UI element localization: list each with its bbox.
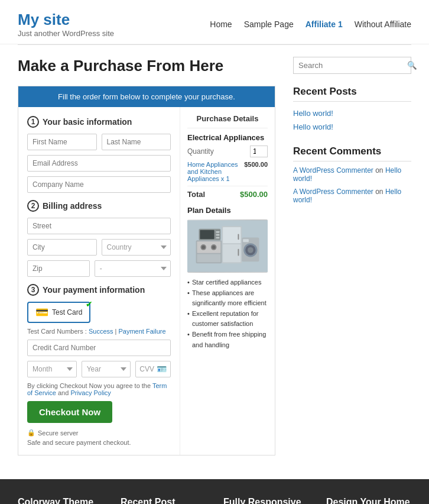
feature-4: Benefit from free shipping and handling — [187, 329, 268, 350]
month-select[interactable]: Month — [27, 361, 77, 377]
secure-server: 🔒 Secure server — [27, 429, 171, 437]
email-input[interactable] — [27, 155, 171, 172]
site-name: My site — [18, 11, 114, 29]
total-row: Total $500.00 — [187, 190, 268, 199]
year-select[interactable]: Year — [82, 361, 131, 377]
nav-without-affiliate[interactable]: Without Affiliate — [355, 20, 411, 29]
recent-post-2[interactable]: Hello world! — [293, 120, 411, 134]
section2-num: 2 — [27, 200, 39, 212]
divider2 — [187, 186, 268, 186]
credit-card-icon: 💳 — [35, 306, 48, 319]
comment-author-1[interactable]: A WordPress Commenter — [293, 166, 373, 175]
svg-rect-17 — [197, 254, 221, 263]
street-input[interactable] — [27, 218, 171, 234]
purchase-details: Purchase Details Electrical Appliances Q… — [180, 107, 275, 455]
payment-date-row: Month Year CVV 🪪 — [27, 361, 171, 377]
svg-rect-22 — [216, 234, 220, 236]
quantity-row: Quantity — [187, 146, 268, 157]
payment-badge[interactable]: 💳 Test Card ✔ — [27, 302, 90, 323]
check-icon: ✔ — [86, 299, 93, 309]
cvv-field[interactable]: CVV 🪪 — [135, 361, 171, 377]
nav-sample-page[interactable]: Sample Page — [244, 20, 294, 29]
checkout-container: Fill the order form below to complete yo… — [18, 86, 275, 455]
footer-col1-title: Colorway Theme — [18, 497, 103, 504]
appliances-image — [187, 219, 268, 273]
footer-main: Colorway Theme Footer is widgetized. To … — [0, 479, 429, 504]
cvv-icon: 🪪 — [157, 364, 167, 374]
section3-num: 3 — [27, 284, 39, 296]
checkout-body: 1 Your basic information — [18, 107, 275, 455]
quantity-input[interactable] — [250, 146, 268, 157]
site-tagline: Just another WordPress site — [18, 29, 114, 38]
product-name: Electrical Appliances — [187, 133, 268, 142]
section3-label: Your payment information — [43, 285, 145, 295]
checkout-button[interactable]: Checkout Now — [27, 401, 112, 423]
privacy-policy-link[interactable]: Privacy Policy — [70, 389, 110, 396]
recent-post-1[interactable]: Hello world! — [293, 106, 411, 120]
credit-card-row — [27, 340, 171, 356]
search-button[interactable]: 🔍 — [402, 57, 422, 73]
page-title: Make a Purchase From Here — [18, 57, 275, 75]
comment-author-2[interactable]: A WordPress Commenter — [293, 188, 373, 196]
name-row — [27, 134, 171, 150]
footer-col3-title: Fully Responsive — [223, 497, 308, 504]
total-label: Total — [187, 190, 205, 199]
nav-affiliate1[interactable]: Affiliate 1 — [306, 20, 343, 29]
purchase-title: Purchase Details — [187, 114, 268, 123]
main-nav: Home Sample Page Affiliate 1 Without Aff… — [210, 20, 411, 29]
svg-rect-21 — [216, 231, 220, 233]
product-line: Home Appliances and Kitchen Appliances x… — [187, 161, 268, 182]
section1-label: Your basic information — [43, 117, 132, 127]
section3-title: 3 Your payment information — [27, 284, 171, 296]
svg-rect-10 — [243, 239, 249, 242]
country-select[interactable]: Country — [102, 239, 171, 256]
feature-2: These appliances are significantly more … — [187, 288, 268, 309]
nav-home[interactable]: Home — [210, 20, 232, 29]
site-header: My site Just another WordPress site Home… — [0, 0, 429, 44]
total-price: $500.00 — [240, 190, 268, 199]
svg-point-9 — [248, 247, 254, 253]
footer-col-recent: Recent Post Worth A Thousand Words Categ… — [121, 497, 206, 504]
comment-1: A WordPress Commenter on Hello world! — [293, 166, 411, 183]
state-select[interactable]: - — [95, 260, 171, 277]
zip-input[interactable] — [27, 260, 90, 277]
test-card-success-link[interactable]: Success — [89, 328, 113, 335]
city-input[interactable] — [27, 239, 97, 256]
street-row — [27, 218, 171, 234]
content-area: Make a Purchase From Here Fill the order… — [18, 57, 275, 455]
quantity-label: Quantity — [187, 147, 214, 156]
feature-1: Star certified appliances — [187, 277, 268, 288]
test-card-numbers: Test Card Numbers : Success | Payment Fa… — [27, 328, 171, 335]
plan-features: Star certified appliances These applianc… — [187, 277, 268, 350]
checkout-header: Fill the order form below to complete yo… — [18, 86, 275, 107]
first-name-input[interactable] — [27, 134, 97, 150]
recent-posts-section: Recent Posts Hello world! Hello world! — [293, 86, 411, 134]
svg-point-16 — [212, 245, 216, 249]
divider — [187, 128, 268, 128]
city-country-row: Country — [27, 239, 171, 256]
credit-card-input[interactable] — [27, 340, 171, 356]
company-row — [27, 176, 171, 193]
svg-rect-19 — [200, 230, 214, 240]
footer-col-colorway: Colorway Theme Footer is widgetized. To … — [18, 497, 103, 504]
recent-comments-section: Recent Comments A WordPress Commenter on… — [293, 146, 411, 204]
terms-text: By clicking Checkout Now you agree to th… — [27, 382, 171, 396]
search-input[interactable] — [294, 57, 402, 73]
svg-rect-5 — [238, 249, 239, 256]
footer-col-responsive: Fully Responsive Colorway is a unique re… — [223, 497, 308, 504]
section1-title: 1 Your basic information — [27, 116, 171, 128]
last-name-input[interactable] — [102, 134, 171, 150]
svg-rect-23 — [216, 237, 220, 238]
svg-point-14 — [202, 245, 205, 249]
footer-col2-title: Recent Post — [121, 497, 206, 504]
main-content: Make a Purchase From Here Fill the order… — [0, 45, 429, 467]
company-input[interactable] — [27, 176, 171, 193]
test-card-failure-link[interactable]: Payment Failure — [119, 328, 166, 335]
comment-2: A WordPress Commenter on Hello world! — [293, 188, 411, 204]
section1-num: 1 — [27, 116, 39, 128]
search-box: 🔍 — [293, 57, 411, 74]
product-line-name: Home Appliances and Kitchen Appliances x… — [187, 161, 244, 182]
feature-3: Excellent reputation for customer satisf… — [187, 309, 268, 329]
payment-badge-label: Test Card — [52, 308, 82, 316]
zip-row: - — [27, 260, 171, 277]
